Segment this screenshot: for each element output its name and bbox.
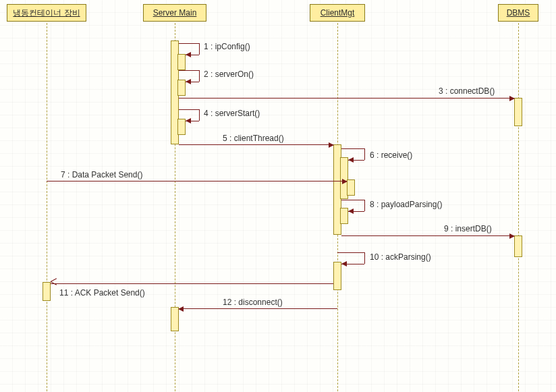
activation-clientmgt-ack bbox=[333, 262, 341, 290]
msg-12 bbox=[179, 308, 337, 309]
msg-6-label: 6 : receive() bbox=[370, 150, 412, 160]
arrowhead-icon bbox=[509, 96, 515, 101]
participant-client-mgt: ClientMgt bbox=[310, 4, 365, 22]
activation-clientmgt-datain bbox=[347, 179, 355, 196]
msg-6-side bbox=[364, 148, 365, 160]
arrowhead-icon bbox=[348, 157, 354, 163]
msg-12-label: 12 : disconnect() bbox=[223, 298, 283, 307]
activation-device-ack bbox=[43, 282, 51, 301]
msg-2-side bbox=[199, 70, 200, 82]
msg-5-label: 5 : clientThread() bbox=[223, 134, 284, 143]
participant-server-main: Server Main bbox=[143, 4, 206, 22]
msg-9-label: 9 : insertDB() bbox=[444, 224, 492, 233]
arrowhead-icon bbox=[186, 52, 191, 57]
participant-container-device: 냉동컨테이너 장비 bbox=[7, 4, 86, 22]
msg-8-top bbox=[341, 200, 364, 200]
arrowhead-icon bbox=[186, 79, 191, 84]
msg-8-label: 8 : payloadParsing() bbox=[370, 200, 442, 209]
activation-server-main-serveron bbox=[177, 80, 186, 96]
msg-1-side bbox=[199, 43, 200, 55]
activation-server-main-ipconfig bbox=[177, 54, 186, 70]
msg-1-top bbox=[179, 43, 199, 44]
arrowhead-icon bbox=[342, 179, 348, 184]
arrowhead-icon bbox=[341, 261, 347, 267]
activation-dbms-insert bbox=[514, 235, 522, 257]
msg-11 bbox=[51, 283, 333, 284]
lifeline-dbms bbox=[518, 23, 519, 391]
arrowhead-icon bbox=[329, 142, 334, 148]
lifeline-container-device bbox=[47, 23, 47, 391]
arrowhead-icon bbox=[509, 233, 515, 239]
msg-4-side bbox=[199, 109, 200, 121]
arrowhead-icon bbox=[348, 208, 354, 214]
activation-server-main-serverstart bbox=[177, 119, 186, 135]
msg-4-top bbox=[179, 109, 199, 110]
participant-dbms: DBMS bbox=[498, 4, 538, 22]
msg-2-label: 2 : serverOn() bbox=[204, 69, 254, 79]
activation-clientmgt-parse bbox=[340, 208, 348, 224]
msg-10-top bbox=[337, 252, 364, 253]
msg-7-label: 7 : Data Packet Send() bbox=[61, 170, 142, 179]
activation-dbms-connect bbox=[514, 98, 522, 126]
msg-9 bbox=[341, 235, 514, 236]
msg-2-top bbox=[179, 70, 199, 71]
msg-3-label: 3 : connectDB() bbox=[439, 86, 495, 96]
msg-6-top bbox=[341, 148, 364, 149]
msg-1-label: 1 : ipConfig() bbox=[204, 42, 250, 51]
msg-4-label: 4 : serverStart() bbox=[204, 109, 260, 118]
msg-7 bbox=[47, 181, 347, 181]
arrowhead-icon bbox=[186, 118, 191, 123]
sequence-diagram: 냉동컨테이너 장비 Server Main ClientMgt DBMS 1 :… bbox=[0, 0, 556, 392]
msg-3 bbox=[179, 98, 514, 99]
msg-10-side bbox=[364, 252, 365, 264]
msg-8-side bbox=[364, 200, 365, 211]
msg-11-label: 11 : ACK Packet Send() bbox=[59, 288, 145, 298]
arrowhead-icon bbox=[178, 306, 184, 312]
msg-10-label: 10 : ackParsing() bbox=[370, 252, 431, 262]
msg-5 bbox=[179, 144, 333, 145]
